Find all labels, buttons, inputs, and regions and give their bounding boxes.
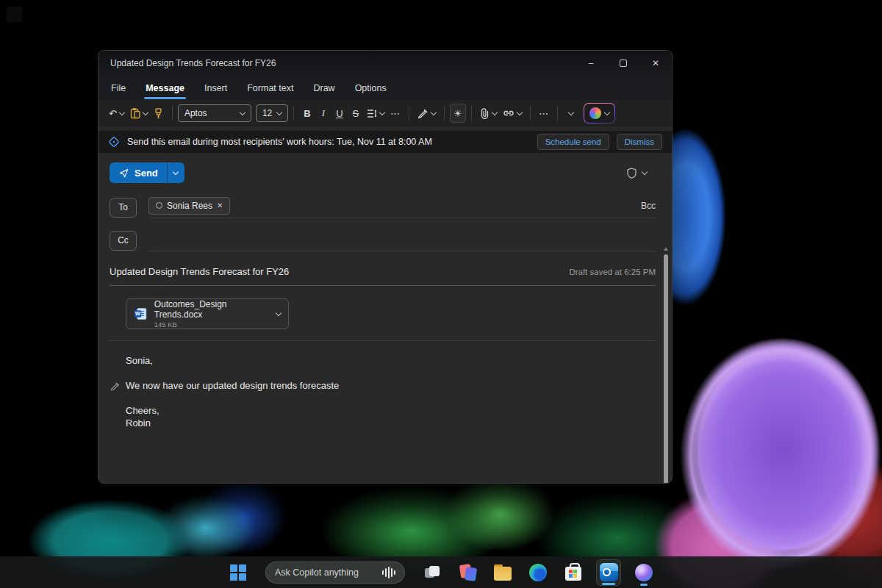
file-explorer-icon	[494, 567, 512, 581]
remove-recipient-icon[interactable]: ✕	[217, 201, 223, 209]
format-painter-icon	[154, 108, 162, 119]
format-painter-button[interactable]	[151, 104, 167, 123]
more-icon: ⋯	[390, 108, 401, 119]
schedule-send-button[interactable]: Schedule send	[537, 134, 609, 150]
menu-format-text[interactable]: Format text	[247, 80, 293, 96]
send-button[interactable]: Send	[110, 162, 167, 183]
sun-icon: ☀	[453, 108, 462, 119]
subject-input[interactable]: Updated Design Trends Forecast for FY26	[110, 266, 289, 277]
divider	[172, 106, 173, 121]
edge-button[interactable]	[526, 559, 551, 586]
more-formatting-button[interactable]: ⋯	[387, 104, 404, 123]
underline-icon: U	[336, 108, 343, 119]
undo-icon: ↶	[109, 108, 117, 119]
menu-draw[interactable]: Draw	[313, 80, 334, 96]
presence-icon	[156, 202, 162, 209]
attach-file-button[interactable]	[477, 104, 500, 123]
edge-icon	[529, 564, 547, 581]
attachment-size: 145 KB	[154, 320, 270, 329]
recipient-chip[interactable]: Sonia Rees ✕	[148, 197, 230, 215]
paste-button[interactable]	[127, 104, 151, 123]
copilot-app-icon	[635, 564, 653, 581]
scroll-up-icon[interactable]	[664, 247, 668, 251]
copilot-app-button[interactable]	[631, 559, 656, 586]
bcc-link[interactable]: Bcc	[641, 201, 656, 214]
cc-input[interactable]	[148, 229, 656, 251]
store-icon	[565, 567, 581, 581]
chevron-down-icon	[240, 109, 245, 115]
rewrite-pen-icon[interactable]	[110, 381, 120, 390]
styles-button[interactable]	[415, 104, 439, 123]
chevron-down-icon	[604, 109, 610, 115]
outlook-icon	[600, 563, 618, 581]
underline-button[interactable]: U	[331, 104, 348, 123]
task-view-button[interactable]	[420, 559, 445, 586]
italic-button[interactable]: I	[315, 104, 331, 123]
copilot-button[interactable]	[584, 104, 614, 123]
line-spacing-button[interactable]	[364, 104, 387, 123]
menu-insert[interactable]: Insert	[204, 80, 227, 96]
desktop: Updated Design Trends Forecast for FY26 …	[0, 0, 882, 588]
file-explorer-button[interactable]	[490, 559, 515, 586]
close-button[interactable]: ✕	[639, 51, 672, 76]
chevron-down-icon	[642, 168, 648, 174]
menu-file[interactable]: File	[111, 80, 126, 96]
copilot-icon	[589, 107, 601, 119]
copilot-button-border	[584, 103, 615, 123]
window-title: Updated Design Trends Forecast for FY26	[110, 58, 276, 68]
recipient-name: Sonia Rees	[167, 201, 212, 211]
close-icon: ✕	[652, 58, 659, 68]
cc-button[interactable]: Cc	[110, 231, 137, 251]
attachment-meta: Outcomes_Design Trends.docx 145 KB	[154, 299, 270, 329]
to-input[interactable]: Sonia Rees ✕ Bcc	[148, 196, 656, 218]
cc-row: Cc	[110, 229, 672, 251]
font-name-select[interactable]: Aptos	[178, 104, 251, 122]
font-size-value: 12	[262, 108, 272, 118]
maximize-icon	[620, 60, 627, 67]
italic-icon: I	[322, 107, 325, 119]
copilot-search[interactable]	[265, 562, 405, 584]
search-input[interactable]	[275, 567, 370, 578]
collapse-ribbon-button[interactable]	[563, 104, 579, 123]
divider	[444, 106, 445, 121]
menu-message[interactable]: Message	[146, 80, 184, 96]
compose-window: Updated Design Trends Forecast for FY26 …	[98, 50, 673, 484]
more-icon: ⋯	[539, 108, 549, 119]
m365-copilot-icon	[459, 563, 477, 581]
to-button[interactable]: To	[110, 198, 137, 218]
scrollbar[interactable]	[664, 247, 669, 484]
insert-link-button[interactable]	[500, 104, 525, 123]
bold-icon: B	[304, 108, 310, 119]
suggestion-diamond-icon	[108, 136, 120, 148]
outlook-button[interactable]	[596, 559, 621, 586]
voice-icon[interactable]	[382, 567, 395, 578]
store-button[interactable]	[561, 559, 586, 586]
draft-status: Draft saved at 6:25 PM	[569, 268, 656, 276]
divider	[409, 106, 409, 121]
undo-button[interactable]: ↶	[106, 104, 127, 123]
attachment-card[interactable]: W Outcomes_Design Trends.docx 145 KB	[126, 298, 289, 329]
message-body[interactable]: Sonia, We now have our updated design tr…	[126, 355, 672, 429]
m365-copilot-app-button[interactable]	[455, 559, 480, 586]
maximize-button[interactable]	[607, 51, 639, 76]
font-size-select[interactable]: 12	[256, 104, 288, 122]
dark-mode-toggle-button[interactable]: ☀	[450, 104, 466, 123]
strikethrough-button[interactable]: S	[348, 104, 364, 123]
menu-options[interactable]: Options	[355, 80, 387, 96]
more-options-button[interactable]: ⋯	[536, 104, 552, 123]
suggestion-bar: Send this email during most recipients' …	[98, 131, 672, 153]
scrollbar-thumb[interactable]	[664, 254, 668, 484]
minimize-button[interactable]: –	[575, 51, 607, 76]
divider	[557, 106, 558, 121]
font-name-value: Aptos	[184, 108, 207, 118]
send-options-dropdown[interactable]	[167, 162, 184, 183]
chevron-down-icon	[517, 109, 523, 115]
to-row: To Sonia Rees ✕ Bcc	[110, 196, 672, 218]
active-indicator	[602, 583, 615, 585]
attachment-options-icon[interactable]	[276, 309, 282, 315]
start-button[interactable]	[226, 559, 251, 586]
dismiss-button[interactable]: Dismiss	[617, 134, 662, 150]
sensitivity-dropdown[interactable]	[627, 168, 647, 179]
word-doc-icon: W	[134, 306, 148, 321]
bold-button[interactable]: B	[299, 104, 315, 123]
